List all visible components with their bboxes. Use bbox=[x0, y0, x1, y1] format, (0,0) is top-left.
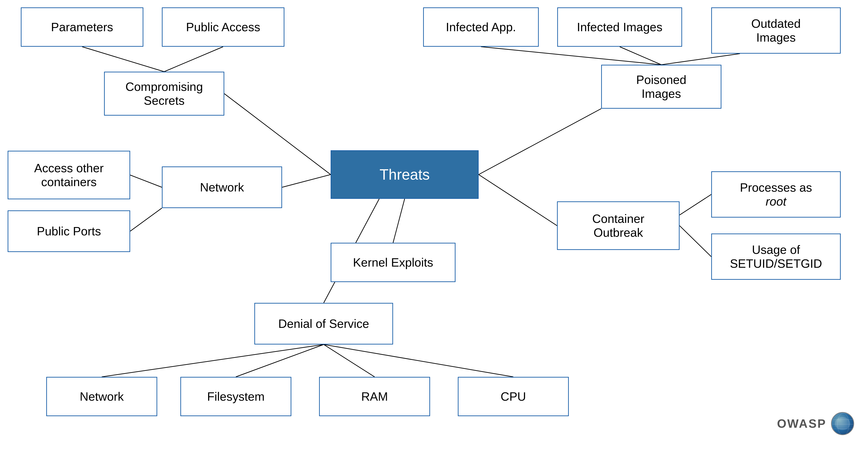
kernel-exploits-node: Kernel Exploits bbox=[331, 243, 456, 282]
owasp-logo: OWASP bbox=[777, 412, 854, 435]
poisoned-images-node: PoisonedImages bbox=[601, 65, 721, 109]
owasp-globe-icon bbox=[831, 412, 854, 435]
processes-as-root-node: Processes asroot bbox=[711, 171, 841, 218]
svg-line-10 bbox=[478, 174, 557, 226]
dos-filesystem-node: Filesystem bbox=[180, 377, 291, 416]
dos-ram-node: RAM bbox=[319, 377, 430, 416]
svg-line-18 bbox=[324, 345, 513, 377]
svg-line-3 bbox=[481, 47, 661, 65]
svg-line-2 bbox=[224, 94, 331, 174]
network-node: Network bbox=[162, 166, 282, 208]
container-outbreak-node: ContainerOutbreak bbox=[557, 201, 680, 250]
public-access-node: Public Access bbox=[162, 7, 284, 47]
svg-line-0 bbox=[82, 47, 164, 72]
access-other-containers-node: Access othercontainers bbox=[8, 151, 130, 199]
dos-network-node: Network bbox=[46, 377, 157, 416]
usage-setuid-node: Usage ofSETUID/SETGID bbox=[711, 233, 841, 280]
svg-line-4 bbox=[620, 47, 661, 65]
outdated-images-node: OutdatedImages bbox=[711, 7, 841, 54]
svg-line-9 bbox=[282, 174, 331, 187]
infected-app-node: Infected App. bbox=[423, 7, 539, 47]
threats-node: Threats bbox=[331, 150, 478, 199]
svg-line-17 bbox=[324, 345, 375, 377]
svg-line-5 bbox=[661, 54, 740, 65]
dos-cpu-node: CPU bbox=[458, 377, 569, 416]
owasp-text: OWASP bbox=[777, 417, 826, 430]
public-ports-node: Public Ports bbox=[8, 211, 130, 252]
svg-line-7 bbox=[130, 175, 162, 187]
svg-line-11 bbox=[680, 194, 711, 215]
svg-point-20 bbox=[837, 413, 849, 435]
denial-of-service-node: Denial of Service bbox=[254, 303, 393, 345]
svg-line-16 bbox=[236, 345, 324, 377]
svg-line-12 bbox=[680, 226, 711, 257]
compromising-secrets-node: CompromisingSecrets bbox=[104, 72, 224, 116]
parameters-node: Parameters bbox=[21, 7, 143, 47]
infected-images-node: Infected Images bbox=[557, 7, 682, 47]
svg-line-13 bbox=[393, 199, 405, 243]
svg-line-15 bbox=[102, 345, 324, 377]
svg-line-6 bbox=[478, 109, 601, 174]
svg-line-8 bbox=[130, 208, 162, 231]
svg-line-1 bbox=[164, 47, 223, 72]
